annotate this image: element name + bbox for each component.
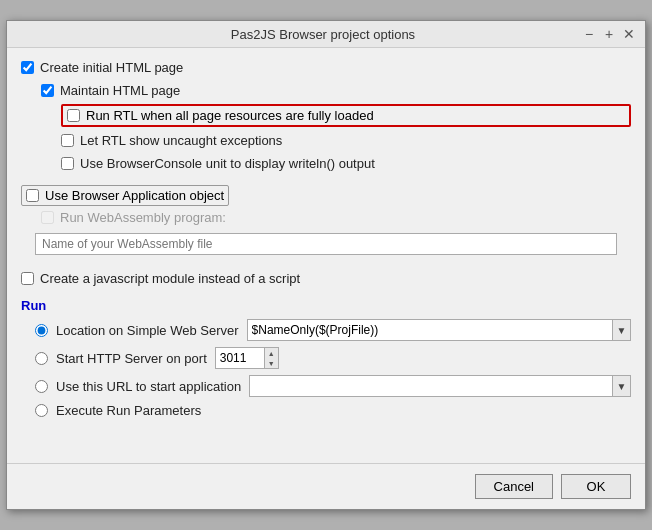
location-dropdown[interactable]: $NameOnly($(ProjFile)) [247,319,613,341]
create-initial-html-checkbox[interactable] [21,61,34,74]
let-rtl-label[interactable]: Let RTL show uncaught exceptions [80,133,282,148]
port-down-button[interactable]: ▼ [265,358,278,368]
use-url-label[interactable]: Use this URL to start application [56,379,241,394]
dialog: Pas2JS Browser project options − + ✕ Cre… [6,20,646,510]
run-rtl-checkbox[interactable] [67,109,80,122]
browser-console-label[interactable]: Use BrowserConsole unit to display write… [80,156,375,171]
run-rtl-highlighted-box: Run RTL when all page resources are full… [61,104,631,127]
url-input[interactable] [249,375,613,397]
location-dropdown-arrow[interactable]: ▼ [613,319,631,341]
port-up-button[interactable]: ▲ [265,348,278,358]
http-server-label[interactable]: Start HTTP Server on port [56,351,207,366]
create-js-module-checkbox[interactable] [21,272,34,285]
let-rtl-row: Let RTL show uncaught exceptions [61,131,631,150]
url-input-wrapper: ▼ [249,375,631,397]
maximize-button[interactable]: + [601,26,617,42]
http-server-row: Start HTTP Server on port ▲ ▼ [35,347,631,369]
use-browser-app-box: Use Browser Application object [21,185,229,206]
run-rtl-wrapper: Run RTL when all page resources are full… [61,104,631,127]
location-simple-label[interactable]: Location on Simple Web Server [56,323,239,338]
browser-console-checkbox[interactable] [61,157,74,170]
create-js-module-label[interactable]: Create a javascript module instead of a … [40,271,300,286]
run-webassembly-checkbox[interactable] [41,211,54,224]
location-simple-radio[interactable] [35,324,48,337]
close-button[interactable]: ✕ [621,26,637,42]
create-js-module-row: Create a javascript module instead of a … [21,269,631,288]
browser-console-row: Use BrowserConsole unit to display write… [61,154,631,173]
port-spinner: ▲ ▼ [265,347,279,369]
port-input[interactable] [215,347,265,369]
run-options: Location on Simple Web Server $NameOnly(… [35,319,631,418]
title-bar: Pas2JS Browser project options − + ✕ [7,21,645,48]
dialog-footer: Cancel OK [7,463,645,509]
minimize-button[interactable]: − [581,26,597,42]
cancel-button[interactable]: Cancel [475,474,553,499]
let-rtl-checkbox[interactable] [61,134,74,147]
execute-run-radio[interactable] [35,404,48,417]
location-simple-row: Location on Simple Web Server $NameOnly(… [35,319,631,341]
run-webassembly-label: Run WebAssembly program: [60,210,226,225]
title-bar-buttons: − + ✕ [581,26,637,42]
execute-run-label[interactable]: Execute Run Parameters [56,403,201,418]
maintain-html-row: Maintain HTML page [41,81,631,100]
run-rtl-label[interactable]: Run RTL when all page resources are full… [86,108,374,123]
run-webassembly-row: Run WebAssembly program: [41,210,631,225]
use-url-row: Use this URL to start application ▼ [35,375,631,397]
create-initial-html-row: Create initial HTML page [21,58,631,77]
maintain-html-checkbox[interactable] [41,84,54,97]
create-initial-html-label[interactable]: Create initial HTML page [40,60,183,75]
port-input-wrapper: ▲ ▼ [215,347,279,369]
maintain-html-label[interactable]: Maintain HTML page [60,83,180,98]
dialog-body: Create initial HTML page Maintain HTML p… [7,48,645,463]
use-browser-app-wrapper: Use Browser Application object [21,181,631,206]
webassembly-file-input[interactable] [35,233,617,255]
location-dropdown-wrapper: $NameOnly($(ProjFile)) ▼ [247,319,631,341]
dialog-title: Pas2JS Browser project options [65,27,581,42]
use-browser-app-checkbox[interactable] [26,189,39,202]
use-browser-app-label[interactable]: Use Browser Application object [45,188,224,203]
webassembly-input-wrapper [35,231,617,255]
ok-button[interactable]: OK [561,474,631,499]
url-dropdown-arrow[interactable]: ▼ [613,375,631,397]
use-url-radio[interactable] [35,380,48,393]
execute-run-row: Execute Run Parameters [35,403,631,418]
http-server-radio[interactable] [35,352,48,365]
run-section-label: Run [21,298,631,313]
